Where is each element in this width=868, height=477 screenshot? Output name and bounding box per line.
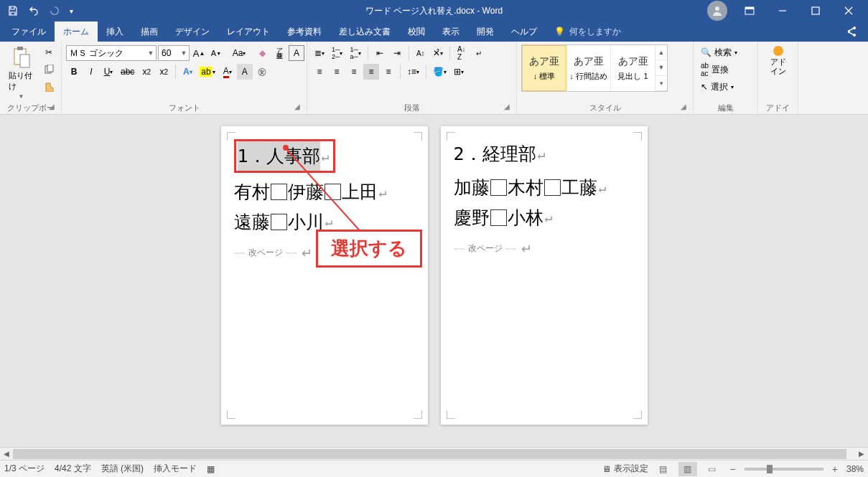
display-settings[interactable]: 🖥表示設定 xyxy=(602,463,648,475)
page-2[interactable]: 2．経理部↵ 加藤木村工藤↵ 慶野小林↵ ┈┈改ページ┈┈↵ xyxy=(441,126,648,425)
align-center-icon[interactable]: ≡ xyxy=(329,64,345,80)
text-direction-icon[interactable]: A↕ xyxy=(413,45,429,61)
replace-button[interactable]: abac置換 xyxy=(698,62,740,77)
ribbon-display-icon[interactable] xyxy=(733,0,766,22)
status-word-count[interactable]: 4/42 文字 xyxy=(55,463,91,475)
status-language[interactable]: 英語 (米国) xyxy=(101,463,144,475)
read-mode-icon[interactable]: ▤ xyxy=(654,462,673,476)
cut-icon[interactable]: ✂ xyxy=(41,44,57,60)
distribute-icon[interactable]: ≡ xyxy=(381,64,396,80)
text-effects-icon[interactable]: A▾ xyxy=(179,64,195,80)
status-insert-mode[interactable]: 挿入モード xyxy=(154,463,197,475)
phonetic-guide-icon[interactable]: ア亜 xyxy=(271,45,287,61)
borders-icon[interactable]: ⊞▾ xyxy=(451,64,467,80)
select-button[interactable]: ↖選択▾ xyxy=(698,79,740,95)
clipboard-launcher-icon[interactable]: ◢ xyxy=(49,103,59,113)
change-case-icon[interactable]: Aa▾ xyxy=(231,45,247,61)
align-right-icon[interactable]: ≡ xyxy=(346,64,362,80)
tab-file[interactable]: ファイル xyxy=(3,22,55,42)
tab-developer[interactable]: 開発 xyxy=(468,22,503,42)
web-layout-icon[interactable]: ▭ xyxy=(703,462,722,476)
font-size-combo[interactable]: ▼ xyxy=(158,45,190,61)
zoom-out-button[interactable]: − xyxy=(727,463,739,475)
page1-heading[interactable]: 1．人事部 xyxy=(238,141,320,171)
style-heading1[interactable]: あア亜見出し 1 xyxy=(611,45,655,91)
zoom-slider[interactable] xyxy=(745,468,823,471)
tab-view[interactable]: 表示 xyxy=(434,22,468,42)
decrease-indent-icon[interactable]: ⇤ xyxy=(372,45,388,61)
qat-customize-icon[interactable]: ▾ xyxy=(65,1,77,20)
document-area[interactable]: 1．人事部↵ 有村伊藤上田↵ 遠藤小川↵ ┈┈改ページ┈┈↵ 2．経理部↵ 加藤… xyxy=(0,115,868,460)
align-left-icon[interactable]: ≡ xyxy=(312,64,327,80)
tab-review[interactable]: 校閲 xyxy=(399,22,434,42)
share-button[interactable] xyxy=(836,22,865,42)
page2-line1[interactable]: 加藤木村工藤↵ xyxy=(454,173,635,202)
char-border-icon[interactable]: A xyxy=(289,45,304,61)
page2-heading[interactable]: 2．経理部↵ xyxy=(454,139,635,169)
asian-layout-icon[interactable]: ✕̂▾ xyxy=(430,45,446,61)
tab-help[interactable]: ヘルプ xyxy=(503,22,546,42)
find-button[interactable]: 🔍検索▾ xyxy=(698,44,740,60)
style-gallery[interactable]: あア亜↓ 標準 あア亜↓ 行間詰め あア亜見出し 1 ▲▼▾ xyxy=(521,44,668,92)
shrink-font-icon[interactable]: A▼ xyxy=(208,45,224,61)
grow-font-icon[interactable]: A▲ xyxy=(191,45,207,61)
close-icon[interactable] xyxy=(832,0,865,22)
gallery-scroll[interactable]: ▲▼▾ xyxy=(655,45,667,91)
save-icon[interactable] xyxy=(3,1,23,20)
page-1[interactable]: 1．人事部↵ 有村伊藤上田↵ 遠藤小川↵ ┈┈改ページ┈┈↵ xyxy=(221,126,428,425)
subscript-button[interactable]: x2 xyxy=(139,64,154,80)
scroll-thumb[interactable] xyxy=(13,449,846,459)
style-normal[interactable]: あア亜↓ 標準 xyxy=(522,45,566,91)
scroll-left-icon[interactable]: ◀ xyxy=(0,448,13,460)
underline-button[interactable]: U▾ xyxy=(101,64,116,80)
tell-me-search[interactable]: 💡 何をしますか xyxy=(546,22,630,42)
styles-launcher-icon[interactable]: ◢ xyxy=(681,103,691,113)
multilevel-list-icon[interactable]: 1─a─▾ xyxy=(347,45,363,61)
superscript-button[interactable]: x2 xyxy=(156,64,172,80)
minimize-icon[interactable] xyxy=(766,0,799,22)
font-launcher-icon[interactable]: ◢ xyxy=(294,103,304,113)
strikethrough-button[interactable]: abc xyxy=(118,64,137,80)
maximize-icon[interactable] xyxy=(799,0,832,22)
redo-icon[interactable] xyxy=(45,1,65,20)
justify-icon[interactable]: ≡ xyxy=(363,64,379,80)
format-painter-icon[interactable] xyxy=(41,79,57,95)
zoom-level[interactable]: 38% xyxy=(846,464,864,474)
font-size-input[interactable] xyxy=(159,48,179,58)
tab-mailings[interactable]: 差し込み文書 xyxy=(330,22,399,42)
paste-button[interactable]: 貼り付け ▼ xyxy=(4,44,38,101)
sort-icon[interactable]: A↓Z xyxy=(454,45,470,61)
copy-icon[interactable] xyxy=(41,62,57,77)
style-no-spacing[interactable]: あア亜↓ 行間詰め xyxy=(566,45,611,91)
scroll-right-icon[interactable]: ▶ xyxy=(855,448,868,460)
numbering-icon[interactable]: 1─2─▾ xyxy=(329,45,345,61)
show-marks-icon[interactable]: ↵ xyxy=(471,45,487,61)
enclose-char-icon[interactable]: ㊛ xyxy=(254,64,270,80)
undo-icon[interactable] xyxy=(24,1,44,20)
char-shading-icon[interactable]: A xyxy=(237,64,253,80)
tab-home[interactable]: ホーム xyxy=(55,22,98,42)
tab-design[interactable]: デザイン xyxy=(167,22,218,42)
shading-icon[interactable]: 🪣▾ xyxy=(430,64,449,80)
font-name-input[interactable] xyxy=(67,48,146,58)
macro-record-icon[interactable]: ▦ xyxy=(207,464,215,474)
page2-line2[interactable]: 慶野小林↵ xyxy=(454,203,635,232)
tab-layout[interactable]: レイアウト xyxy=(218,22,279,42)
horizontal-scrollbar[interactable]: ◀ ▶ xyxy=(0,447,868,460)
paragraph-launcher-icon[interactable]: ◢ xyxy=(504,103,514,113)
addin-button[interactable]: アド イン xyxy=(766,44,790,77)
line-spacing-icon[interactable]: ↕≡▾ xyxy=(404,64,422,80)
font-name-combo[interactable]: ▼ xyxy=(66,45,157,61)
print-layout-icon[interactable]: ▥ xyxy=(678,462,697,476)
zoom-in-button[interactable]: + xyxy=(829,463,841,475)
account-icon[interactable] xyxy=(707,1,727,21)
clear-formatting-icon[interactable]: ◆ xyxy=(254,45,270,61)
bullets-icon[interactable]: ≣▾ xyxy=(312,45,327,61)
increase-indent-icon[interactable]: ⇥ xyxy=(389,45,405,61)
italic-button[interactable]: I xyxy=(83,64,99,80)
tab-draw[interactable]: 描画 xyxy=(132,22,167,42)
highlight-icon[interactable]: ab▾ xyxy=(197,64,218,80)
font-color-icon[interactable]: A▾ xyxy=(220,64,235,80)
tab-insert[interactable]: 挿入 xyxy=(98,22,132,42)
bold-button[interactable]: B xyxy=(66,64,82,80)
